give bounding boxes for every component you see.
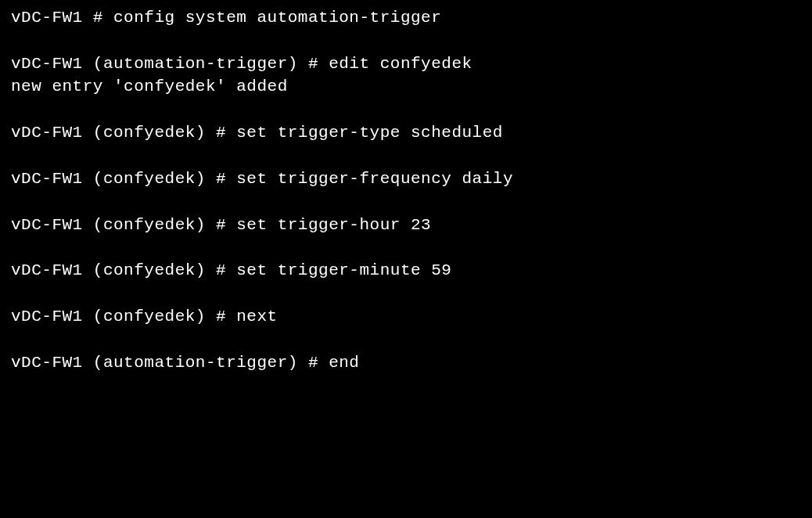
terminal-line: vDC-FW1 (confyedek) # set trigger-freque… (11, 167, 801, 190)
terminal-blank-line (11, 190, 801, 213)
terminal-line: new entry 'confyedek' added (11, 75, 801, 98)
terminal-blank-line (11, 282, 801, 305)
terminal-line: vDC-FW1 (automation-trigger) # edit conf… (11, 52, 801, 75)
terminal-line: vDC-FW1 (confyedek) # set trigger-hour 2… (11, 214, 801, 236)
terminal-blank-line (11, 236, 801, 259)
terminal-blank-line (11, 99, 801, 121)
terminal-line: vDC-FW1 (automation-trigger) # end (11, 351, 801, 374)
terminal-blank-line (11, 29, 801, 52)
terminal-blank-line (11, 328, 801, 351)
terminal-output: vDC-FW1 # config system automation-trigg… (11, 6, 801, 374)
terminal-line: vDC-FW1 # config system automation-trigg… (11, 6, 801, 29)
terminal-line: vDC-FW1 (confyedek) # set trigger-minute… (11, 259, 801, 282)
terminal-blank-line (11, 144, 801, 167)
terminal-line: vDC-FW1 (confyedek) # set trigger-type s… (11, 121, 801, 144)
terminal-line: vDC-FW1 (confyedek) # next (11, 305, 801, 328)
